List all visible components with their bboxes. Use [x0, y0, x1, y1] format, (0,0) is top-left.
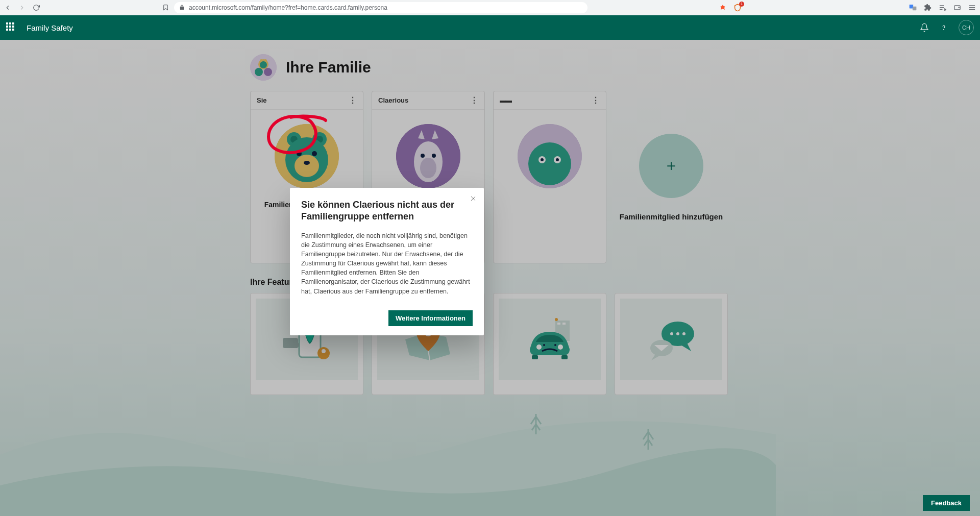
ms-header: Family Safety CH: [0, 15, 980, 40]
lock-icon: [179, 5, 185, 10]
extensions-icon[interactable]: [924, 4, 932, 11]
content-area: Ihre Familie Sie ⋮: [0, 40, 980, 516]
forward-icon[interactable]: [18, 4, 26, 11]
svg-rect-1: [913, 7, 917, 11]
back-icon[interactable]: [4, 4, 11, 11]
address-bar[interactable]: account.microsoft.com/family/home?fref=h…: [174, 2, 587, 13]
playlist-icon[interactable]: [939, 4, 946, 11]
feedback-button[interactable]: Feedback: [923, 495, 970, 511]
close-icon[interactable]: [470, 195, 477, 204]
svg-point-4: [940, 24, 948, 32]
modal-overlay[interactable]: [0, 40, 980, 516]
header-avatar[interactable]: CH: [959, 20, 974, 35]
cannot-remove-modal: Sie können Claerious nicht aus der Famil…: [290, 188, 484, 335]
brave-shield-icon[interactable]: 1: [733, 4, 742, 12]
browser-chrome: account.microsoft.com/family/home?fref=h…: [0, 0, 980, 15]
svg-point-5: [944, 29, 944, 30]
bookmark-icon[interactable]: [162, 4, 169, 11]
brave-rewards-icon[interactable]: [719, 4, 726, 11]
wallet-icon[interactable]: [953, 4, 961, 11]
more-info-button[interactable]: Weitere Informationen: [388, 310, 473, 326]
notification-icon[interactable]: [920, 23, 929, 32]
url-text: account.microsoft.com/family/home?fref=h…: [189, 4, 387, 11]
reload-icon[interactable]: [33, 4, 40, 11]
menu-icon[interactable]: [968, 4, 976, 11]
app-name: Family Safety: [27, 23, 73, 32]
modal-body: Familienmitglieder, die noch nicht vollj…: [301, 231, 473, 296]
app-launcher-icon[interactable]: [6, 22, 16, 33]
svg-point-3: [959, 7, 959, 8]
shield-count: 1: [739, 2, 744, 7]
modal-title: Sie können Claerious nicht aus der Famil…: [301, 199, 473, 223]
header-avatar-initials: CH: [962, 24, 970, 31]
help-icon[interactable]: [939, 23, 948, 32]
translate-icon[interactable]: [909, 4, 917, 11]
